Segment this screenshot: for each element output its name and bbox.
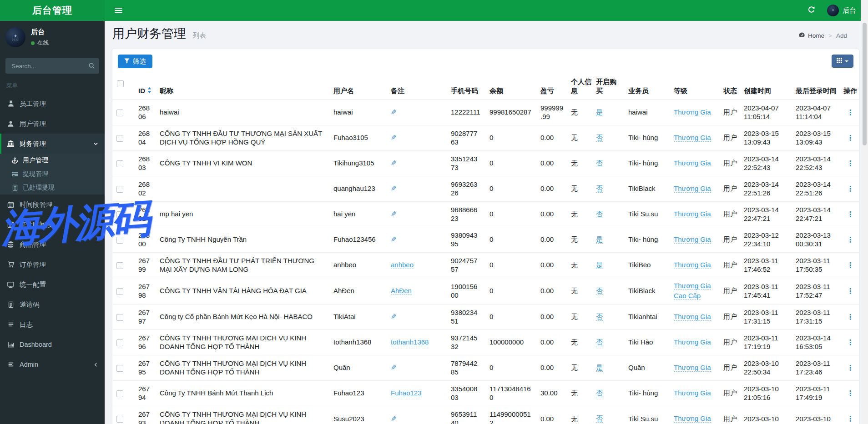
row-actions-icon[interactable]: ⋮ — [847, 134, 854, 142]
edit-remark-icon[interactable]: ✎ — [391, 364, 397, 372]
cell-buy: 否 — [594, 380, 624, 406]
header-id[interactable]: ID — [134, 74, 155, 100]
sidebar-item-dashboard[interactable]: Dashboard — [0, 334, 105, 354]
edit-remark-icon[interactable]: ✎ — [391, 210, 397, 218]
row-actions-icon[interactable]: ⋮ — [847, 185, 854, 193]
page-scrollbar[interactable] — [861, 0, 868, 424]
row-actions-icon[interactable]: ⋮ — [847, 313, 854, 321]
row-checkbox[interactable] — [116, 365, 123, 372]
refresh-button[interactable] — [807, 6, 815, 15]
level-link[interactable]: Thương Gia — [674, 108, 711, 116]
filter-button[interactable]: 筛选 — [118, 55, 152, 68]
sidebar-item-stats-time-period[interactable]: 统计时间段 — [0, 214, 105, 234]
column-visibility-button[interactable] — [832, 55, 853, 68]
edit-remark-icon[interactable]: ✎ — [391, 185, 397, 193]
level-link[interactable]: Thương Gia — [674, 261, 711, 269]
row-checkbox[interactable] — [116, 186, 123, 193]
navbar-user-menu[interactable]: ✦ 后台 — [827, 5, 856, 16]
level-link[interactable]: Thương Gia — [674, 364, 711, 372]
select-all-checkbox[interactable] — [117, 80, 124, 87]
row-checkbox[interactable] — [116, 135, 123, 142]
remark-link[interactable]: Fuhao123 — [391, 389, 422, 397]
row-actions-icon[interactable]: ⋮ — [847, 159, 854, 168]
row-checkbox[interactable] — [116, 416, 123, 423]
remark-link[interactable]: AhĐen — [391, 287, 412, 295]
row-actions-icon[interactable]: ⋮ — [847, 261, 854, 269]
sidebar-toggle-button[interactable] — [113, 6, 124, 15]
buy-toggle-link[interactable]: 否 — [596, 287, 603, 295]
cell-nick: mp hai yen — [155, 201, 329, 227]
row-checkbox[interactable] — [116, 237, 123, 244]
level-link[interactable]: Thương Gia — [674, 159, 711, 167]
sidebar-item-processed-withdrawals[interactable]: 已处理提现 — [0, 181, 105, 195]
sidebar-item-finance-management[interactable]: 财务管理 — [0, 134, 105, 154]
sidebar-item-product-management[interactable]: 商品管理 — [0, 234, 105, 254]
sidebar-item-unified-config[interactable]: 统一配置 — [0, 274, 105, 294]
sidebar-item-time-period-management[interactable]: 时间段管理 — [0, 195, 105, 214]
row-actions-icon[interactable]: ⋮ — [847, 287, 854, 295]
row-actions-icon[interactable]: ⋮ — [847, 235, 854, 244]
sidebar-item-withdraw-management[interactable]: 提现管理 — [0, 167, 105, 181]
level-link[interactable]: Thương Gia — [674, 338, 711, 346]
search-icon[interactable] — [88, 62, 95, 70]
buy-toggle-link[interactable]: 是 — [596, 261, 603, 269]
sidebar-item-label: 用户管理 — [23, 156, 48, 165]
remark-link[interactable]: tothanh1368 — [391, 338, 429, 346]
level-link[interactable]: Thương Gia — [674, 389, 711, 397]
sidebar-item-admin[interactable]: Admin — [0, 354, 105, 374]
cell-status: 用户 — [721, 380, 739, 406]
table-row: 26795CÔNG TY TNHH THƯƠNG MẠI DỊCH VỤ KIN… — [112, 355, 859, 380]
edit-remark-icon[interactable]: ✎ — [391, 108, 397, 116]
row-actions-icon[interactable]: ⋮ — [847, 414, 854, 423]
edit-remark-icon[interactable]: ✎ — [391, 134, 397, 142]
buy-toggle-link[interactable]: 否 — [596, 134, 603, 142]
edit-remark-icon[interactable]: ✎ — [391, 313, 397, 321]
buy-toggle-link[interactable]: 否 — [596, 159, 603, 167]
sidebar-item-user-management[interactable]: 用户管理 — [0, 114, 105, 134]
row-checkbox[interactable] — [116, 288, 123, 295]
row-checkbox[interactable] — [116, 390, 123, 397]
row-actions-icon[interactable]: ⋮ — [847, 108, 854, 117]
level-link[interactable]: Thương Gia — [674, 134, 711, 142]
buy-toggle-link[interactable]: 否 — [596, 338, 603, 346]
level-link[interactable]: Thương Gia Cao Cấp — [674, 282, 711, 300]
level-link[interactable]: Thương Gia — [674, 185, 711, 193]
buy-toggle-link[interactable]: 否 — [596, 313, 603, 321]
sidebar-item-logs[interactable]: 日志 — [0, 314, 105, 334]
brand-logo[interactable]: 后台管理 — [0, 0, 105, 21]
row-actions-icon[interactable]: ⋮ — [847, 210, 854, 219]
sidebar-item-finance-user-management[interactable]: 用户管理 — [0, 154, 105, 167]
buy-toggle-link[interactable]: 是 — [596, 108, 603, 116]
buy-toggle-link[interactable]: 否 — [596, 185, 603, 193]
cell-info: 无 — [569, 252, 594, 278]
row-actions-icon[interactable]: ⋮ — [847, 389, 854, 398]
sidebar-search-input[interactable] — [5, 58, 99, 74]
buy-toggle-link[interactable]: 否 — [596, 414, 603, 423]
remark-link[interactable]: anhbeo — [391, 261, 414, 269]
buy-toggle-link[interactable]: 是 — [596, 364, 603, 372]
edit-remark-icon[interactable]: ✎ — [391, 235, 397, 244]
row-checkbox[interactable] — [116, 110, 123, 116]
profile-status[interactable]: 在线 — [31, 39, 49, 47]
sidebar-item-staff-management[interactable]: 员工管理 — [0, 94, 105, 114]
row-checkbox[interactable] — [116, 211, 123, 218]
breadcrumb-home-link[interactable]: Home — [798, 32, 824, 39]
row-checkbox[interactable] — [116, 339, 123, 346]
buy-toggle-link[interactable]: 是 — [596, 235, 603, 244]
row-actions-icon[interactable]: ⋮ — [847, 364, 854, 372]
row-checkbox[interactable] — [116, 160, 123, 167]
buy-toggle-link[interactable]: 否 — [596, 210, 603, 218]
level-link[interactable]: Thương Gia — [674, 210, 711, 218]
level-link[interactable]: Thương Gia — [674, 313, 711, 321]
sidebar-item-order-management[interactable]: 订单管理 — [0, 254, 105, 274]
row-checkbox[interactable] — [116, 262, 123, 269]
row-actions-icon[interactable]: ⋮ — [847, 338, 854, 347]
row-checkbox[interactable] — [116, 314, 123, 321]
level-link[interactable]: Thương Gia — [674, 414, 711, 423]
scrollbar-thumb[interactable] — [863, 23, 867, 145]
buy-toggle-link[interactable]: 否 — [596, 389, 603, 397]
edit-remark-icon[interactable]: ✎ — [391, 415, 397, 423]
edit-remark-icon[interactable]: ✎ — [391, 159, 397, 167]
sidebar-item-invite-code[interactable]: 邀请码 — [0, 294, 105, 314]
level-link[interactable]: Thương Gia — [674, 235, 711, 244]
